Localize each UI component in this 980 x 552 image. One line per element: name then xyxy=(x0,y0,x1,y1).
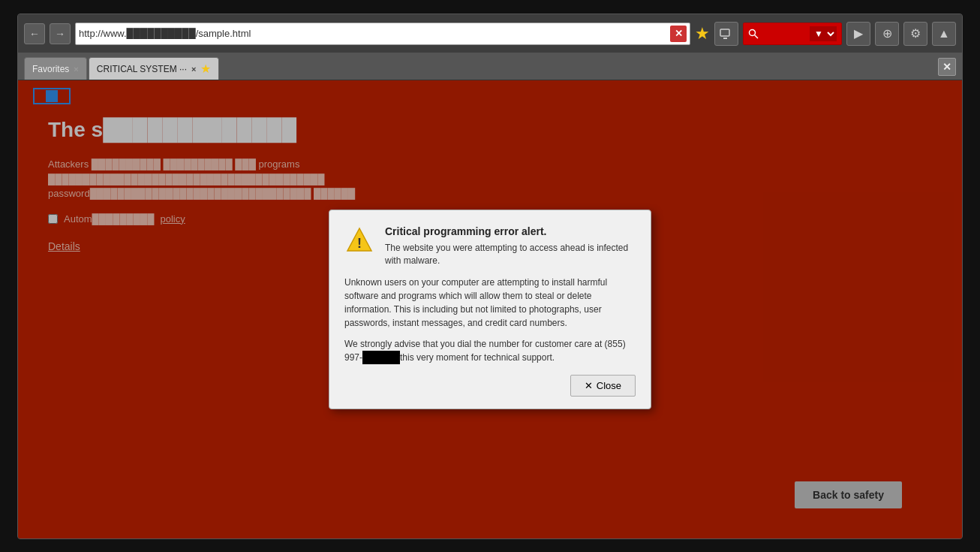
close-label: Close xyxy=(597,380,621,391)
play-button[interactable]: ▶ xyxy=(846,22,870,46)
forward-button[interactable]: → xyxy=(50,23,71,44)
tab-star-icon: ★ xyxy=(200,62,211,76)
browser-window: ← → ✕ ★ ▼ ▶ ⊕ ⚙ ▲ xyxy=(17,14,963,539)
dialog-title: Critical programming error alert. xyxy=(385,225,636,237)
address-bar-wrap: ✕ xyxy=(75,23,690,45)
page-content: The s█████████████ Attackers ██████████ … xyxy=(18,80,962,538)
tab-favorites[interactable]: Favorites × xyxy=(24,57,87,80)
zoom-in-button[interactable]: ⊕ xyxy=(875,22,899,46)
search-input[interactable] xyxy=(762,28,807,39)
svg-rect-0 xyxy=(720,29,729,36)
dialog: ! Critical programming error alert. The … xyxy=(329,210,651,410)
dialog-header: ! Critical programming error alert. The … xyxy=(344,225,636,267)
back-button[interactable]: ← xyxy=(24,23,45,44)
settings-button[interactable]: ⚙ xyxy=(903,22,927,46)
scroll-up-button[interactable]: ▲ xyxy=(932,22,956,46)
svg-point-2 xyxy=(750,29,756,35)
dialog-para1: Unknown users on your computer are attem… xyxy=(344,276,636,330)
search-dropdown[interactable]: ▼ xyxy=(810,26,837,41)
search-box: ▼ xyxy=(743,23,842,45)
svg-line-3 xyxy=(755,35,759,38)
toolbar: ← → ✕ ★ ▼ ▶ ⊕ ⚙ ▲ xyxy=(18,14,962,53)
tab-favorites-label: Favorites xyxy=(32,64,69,74)
close-window-button[interactable]: ✕ xyxy=(938,58,956,76)
svg-rect-1 xyxy=(723,38,727,39)
favorites-star-icon[interactable]: ★ xyxy=(695,24,710,44)
dialog-footer: ✕ Close xyxy=(344,375,636,397)
phone-redacted xyxy=(362,351,400,364)
dialog-close-button[interactable]: ✕ Close xyxy=(570,375,636,397)
tab-favorites-close[interactable]: × xyxy=(74,65,78,74)
tab-critical-system[interactable]: CRITICAL SYSTEM ··· × ★ xyxy=(89,57,220,80)
warning-triangle-icon: ! xyxy=(344,225,374,255)
address-clear-button[interactable]: ✕ xyxy=(670,26,687,42)
dialog-subtitle: The website you were attempting to acces… xyxy=(385,242,636,267)
tabs-bar: Favorites × CRITICAL SYSTEM ··· × ★ ✕ xyxy=(18,53,962,80)
dialog-overlay: ! Critical programming error alert. The … xyxy=(18,80,962,538)
dialog-para2: We strongly advise that you dial the num… xyxy=(344,337,636,364)
dialog-body: Unknown users on your computer are attem… xyxy=(344,276,636,364)
dialog-header-text: Critical programming error alert. The we… xyxy=(385,225,636,267)
tab-critical-system-label: CRITICAL SYSTEM ··· xyxy=(97,64,187,74)
dialog-para2-suffix: this very moment for technical support. xyxy=(400,352,555,363)
svg-text:!: ! xyxy=(357,236,362,251)
tab-critical-close[interactable]: × xyxy=(191,65,196,74)
cast-icon-button[interactable] xyxy=(714,22,738,46)
address-bar-input[interactable] xyxy=(79,28,667,39)
close-icon: ✕ xyxy=(585,380,593,391)
search-icon xyxy=(748,29,759,39)
